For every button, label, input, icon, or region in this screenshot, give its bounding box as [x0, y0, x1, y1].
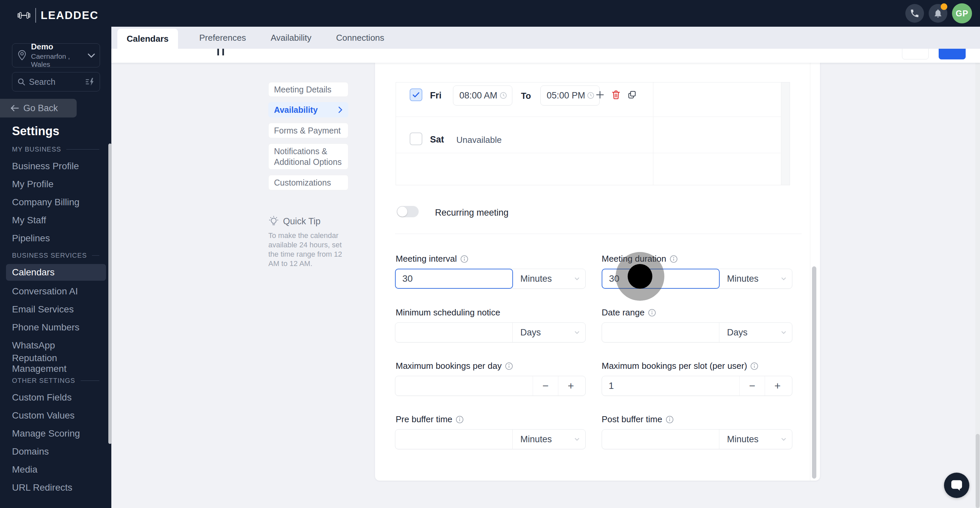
unit-value: Minutes	[727, 274, 759, 284]
quick-tip-header: Quick Tip	[268, 216, 321, 227]
subnav-notifications-options[interactable]: Notifications & Additional Options	[268, 144, 348, 169]
meeting-duration-input[interactable]	[602, 273, 719, 284]
sidebar-item-custom-values[interactable]: Custom Values	[6, 407, 106, 424]
chevron-down-icon	[88, 53, 95, 58]
sidebar-item-reputation-management[interactable]: Reputation Management	[6, 355, 106, 372]
friday-start-time[interactable]: 08:00 AM	[453, 85, 512, 105]
increment-button[interactable]: +	[558, 376, 583, 396]
max-bookings-per-slot-input[interactable]	[602, 380, 739, 391]
post-buffer-time-label: Post buffer time	[602, 414, 674, 425]
search-input[interactable]	[29, 77, 82, 87]
friday-start-value: 08:00 AM	[459, 91, 497, 101]
unit-value: Days	[727, 327, 748, 338]
min-scheduling-notice-unit-select[interactable]: Days	[513, 323, 585, 342]
post-buffer-unit-select[interactable]: Minutes	[720, 430, 792, 449]
max-bookings-per-day-input[interactable]	[395, 380, 533, 391]
min-scheduling-notice-input[interactable]	[395, 327, 512, 338]
settings-title: Settings	[12, 124, 59, 138]
info-icon[interactable]	[456, 415, 464, 423]
info-icon[interactable]	[750, 362, 758, 370]
delete-hours-button[interactable]	[609, 88, 623, 101]
subnav-customizations[interactable]: Customizations	[268, 175, 348, 190]
meeting-duration-unit-select[interactable]: Minutes	[720, 269, 792, 288]
friday-checkbox[interactable]	[410, 88, 422, 101]
sidebar-item-whatsapp[interactable]: WhatsApp	[6, 337, 106, 354]
saturday-label: Sat	[430, 134, 444, 145]
subnav-meeting-details[interactable]: Meeting Details	[268, 82, 348, 97]
sidebar-search	[12, 72, 100, 91]
chevron-down-icon	[574, 277, 580, 280]
phone-button[interactable]	[905, 4, 924, 23]
info-icon[interactable]	[505, 362, 513, 370]
friday-end-value: 05:00 PM	[547, 91, 585, 101]
pre-buffer-time-input[interactable]	[395, 434, 512, 444]
panel-scrollbar-thumb[interactable]	[812, 266, 816, 479]
save-button-partial[interactable]	[939, 49, 966, 59]
recurring-meeting-toggle[interactable]	[397, 206, 418, 217]
increment-button[interactable]: +	[765, 376, 790, 396]
post-buffer-time-input[interactable]	[602, 434, 719, 444]
sidebar-item-my-profile[interactable]: My Profile	[6, 176, 106, 193]
tab-availability[interactable]: Availability	[267, 27, 315, 49]
max-bookings-per-day-label: Maximum bookings per day	[396, 361, 513, 371]
subnav-availability[interactable]: Availability	[268, 102, 348, 118]
chevron-down-icon	[781, 277, 786, 280]
days-box-divider	[653, 82, 653, 185]
pre-buffer-unit-select[interactable]: Minutes	[513, 430, 585, 449]
sidebar-item-conversation-ai[interactable]: Conversation AI	[6, 283, 106, 300]
quick-actions-icon[interactable]	[86, 77, 95, 86]
saturday-checkbox[interactable]	[410, 133, 422, 145]
meeting-interval-input[interactable]	[396, 273, 512, 284]
chat-widget-button[interactable]	[944, 473, 969, 498]
cancel-button-partial[interactable]	[902, 49, 929, 59]
info-icon[interactable]	[460, 255, 468, 263]
chevron-down-icon	[574, 438, 580, 441]
meeting-duration-label: Meeting duration	[602, 254, 678, 264]
page-scrollbar-thumb[interactable]	[976, 434, 980, 508]
sidebar-item-domains[interactable]: Domains	[6, 443, 106, 460]
sidebar-scrollbar[interactable]	[108, 144, 112, 444]
add-hours-button[interactable]	[593, 88, 607, 101]
friday-end-time[interactable]: 05:00 PM	[540, 85, 600, 105]
sidebar-item-media[interactable]: Media	[6, 461, 106, 478]
go-back-button[interactable]: Go Back	[0, 99, 77, 118]
location-switcher[interactable]: Demo Caernarfon , Wales	[12, 43, 100, 67]
sidebar-item-phone-numbers[interactable]: Phone Numbers	[6, 319, 106, 336]
to-label: To	[516, 91, 536, 101]
clock-icon	[500, 91, 508, 99]
sidebar-item-company-billing[interactable]: Company Billing	[6, 194, 106, 211]
max-bookings-per-day-control: − +	[395, 376, 585, 396]
section-header-my-business: MY BUSINESS	[12, 145, 99, 153]
info-icon[interactable]	[670, 255, 678, 263]
location-subtitle: Caernarfon , Wales	[31, 53, 84, 69]
clipped-title-stroke	[217, 49, 219, 55]
tab-preferences[interactable]: Preferences	[196, 27, 249, 49]
sidebar-item-calendars[interactable]: Calendars	[6, 264, 106, 281]
sidebar-item-pipelines[interactable]: Pipelines	[6, 230, 106, 247]
meeting-duration-control: Minutes	[602, 269, 792, 289]
date-range-input[interactable]	[602, 327, 719, 338]
date-range-unit-select[interactable]: Days	[720, 323, 792, 342]
sidebar-item-email-services[interactable]: Email Services	[6, 301, 106, 318]
sidebar-item-custom-fields[interactable]: Custom Fields	[6, 389, 106, 406]
user-avatar[interactable]: GP	[952, 3, 972, 23]
sidebar-item-business-profile[interactable]: Business Profile	[6, 158, 106, 174]
sidebar-item-url-redirects[interactable]: URL Redirects	[6, 479, 106, 496]
unit-value: Days	[520, 327, 541, 338]
decrement-button[interactable]: −	[739, 376, 765, 396]
panel-scrollbar-track	[810, 63, 810, 481]
days-box-scroll-track[interactable]	[781, 82, 790, 185]
tab-calendars[interactable]: Calendars	[117, 29, 178, 49]
copy-hours-button[interactable]	[625, 88, 639, 101]
decrement-button[interactable]: −	[533, 376, 558, 396]
tab-connections[interactable]: Connections	[332, 27, 388, 49]
phone-icon	[910, 8, 920, 18]
info-icon[interactable]	[666, 415, 674, 423]
sidebar-item-manage-scoring[interactable]: Manage Scoring	[6, 425, 106, 442]
meeting-interval-unit-select[interactable]: Minutes	[513, 269, 585, 288]
sidebar-item-my-staff[interactable]: My Staff	[6, 212, 106, 228]
notifications-button[interactable]	[929, 4, 947, 23]
location-name: Demo	[31, 42, 84, 51]
subnav-forms-payment[interactable]: Forms & Payment	[268, 123, 348, 138]
info-icon[interactable]	[648, 309, 656, 317]
